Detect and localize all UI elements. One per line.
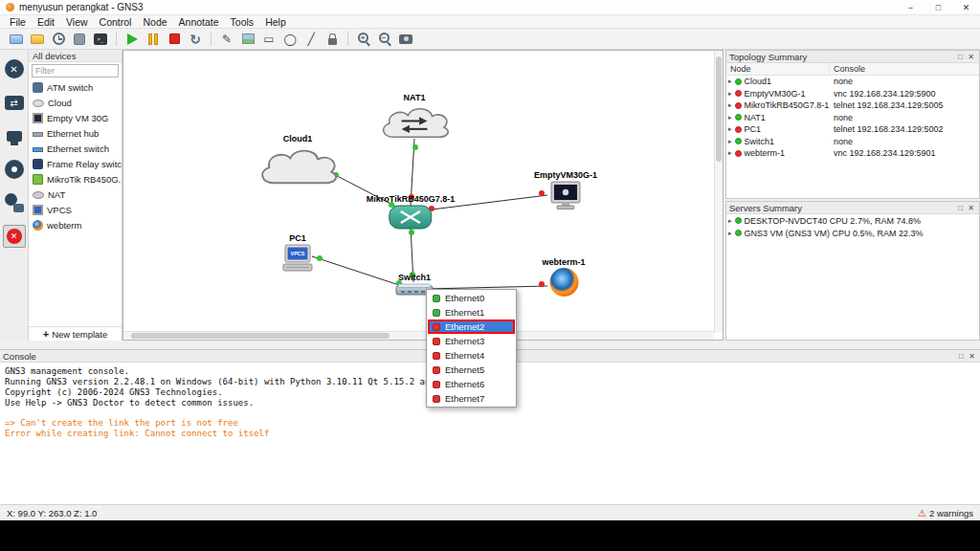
zoom-out-icon[interactable]: − xyxy=(376,31,393,48)
device-item-cloud[interactable]: Cloud xyxy=(29,95,122,110)
ellipse-icon[interactable]: ◯ xyxy=(281,31,299,48)
device-item-frame-relay-switch[interactable]: Frame Relay switch xyxy=(29,156,122,171)
menu-control[interactable]: Control xyxy=(94,16,138,28)
routers-button[interactable]: ✕ xyxy=(3,57,26,80)
menu-item-ethernet5[interactable]: Ethernet5 xyxy=(428,363,515,377)
expand-arrow-icon[interactable]: ▸ xyxy=(728,101,732,109)
toolbar-separator xyxy=(211,32,212,46)
note-icon[interactable]: ✎ xyxy=(218,31,235,48)
close-panel-icon[interactable]: ✕ xyxy=(966,204,976,212)
new-project-icon[interactable] xyxy=(8,31,25,48)
minimize-button[interactable]: − xyxy=(897,0,924,14)
device-item-atm-switch[interactable]: ATM switch xyxy=(29,79,122,95)
topology-row-webterm[interactable]: ▸webterm-1 vnc 192.168.234.129:5901 xyxy=(726,147,979,160)
device-item-mikrotik[interactable]: MikroTik RB450G... xyxy=(29,171,122,187)
close-panel-icon[interactable]: ✕ xyxy=(967,352,977,361)
node-nat1[interactable]: NAT1 xyxy=(374,93,455,147)
menu-item-ethernet6[interactable]: Ethernet6 xyxy=(428,377,515,391)
firefox-icon xyxy=(549,268,578,297)
node-webterm[interactable]: webterm-1 xyxy=(542,257,585,297)
topology-row-emptyvm[interactable]: ▸EmptyVM30G-1 vnc 192.168.234.129:5900 xyxy=(726,88,979,100)
webterm-icon xyxy=(33,220,43,231)
menu-item-ethernet0[interactable]: Ethernet0 xyxy=(428,291,515,305)
expand-arrow-icon[interactable]: ▸ xyxy=(728,149,732,157)
float-panel-icon[interactable]: □ xyxy=(955,204,966,212)
snapshot-icon[interactable] xyxy=(50,31,67,48)
menu-file[interactable]: File xyxy=(4,16,32,28)
filter-input[interactable] xyxy=(32,64,119,77)
topology-row-mikrotik[interactable]: ▸MikroTikRB450G7.8-1 telnet 192.168.234.… xyxy=(726,99,979,112)
expand-arrow-icon[interactable]: ▸ xyxy=(728,230,732,237)
gns3-window: menyusun perangkat - GNS3 − □ ✕ File Edi… xyxy=(0,0,980,520)
status-led xyxy=(735,138,742,144)
all-devices-button[interactable] xyxy=(3,191,26,214)
start-icon[interactable] xyxy=(123,31,141,48)
device-item-webterm[interactable]: webterm xyxy=(29,217,122,232)
port-status-icon xyxy=(433,338,440,345)
device-panel: All devices ATM switch Cloud Empty VM 30… xyxy=(29,50,122,341)
topology-row-nat1[interactable]: ▸NAT1 none xyxy=(726,112,979,124)
node-pc1[interactable]: PC1 VPCS xyxy=(281,233,314,276)
new-template-button[interactable]: + New template xyxy=(29,326,122,341)
port-status-icon xyxy=(433,295,440,302)
node-cloud1[interactable]: Cloud1 xyxy=(254,134,342,194)
float-panel-icon[interactable]: □ xyxy=(956,352,967,361)
add-link-button[interactable]: ✕ xyxy=(3,225,26,248)
suspend-icon[interactable] xyxy=(145,31,162,48)
menu-item-ethernet1[interactable]: Ethernet1 xyxy=(428,305,515,320)
insert-image-icon[interactable] xyxy=(239,31,256,48)
expand-arrow-icon[interactable]: ▸ xyxy=(728,114,732,121)
menu-view[interactable]: View xyxy=(60,16,94,28)
menu-edit[interactable]: Edit xyxy=(32,16,60,28)
menu-item-ethernet7[interactable]: Ethernet7 xyxy=(428,391,515,406)
security-devices-button[interactable] xyxy=(3,158,26,181)
device-item-empty-vm[interactable]: Empty VM 30G xyxy=(29,110,122,125)
switches-button[interactable]: ⇄ xyxy=(3,91,26,114)
reload-icon[interactable]: ↻ xyxy=(187,31,204,48)
node-emptyvm[interactable]: EmptyVM30G-1 xyxy=(534,170,597,215)
node-mikrotik[interactable]: MikroTikRB450G7.8-1 xyxy=(367,194,455,233)
topology-canvas[interactable]: NAT1 Cloud1 MikroTikRB450G7.8-1 xyxy=(122,50,724,341)
expand-arrow-icon[interactable]: ▸ xyxy=(728,90,732,98)
interface-labels-icon[interactable] xyxy=(71,31,88,48)
menu-tools[interactable]: Tools xyxy=(225,16,260,28)
menu-item-ethernet4[interactable]: Ethernet4 xyxy=(428,348,515,363)
menu-annotate[interactable]: Annotate xyxy=(173,16,225,28)
device-item-nat[interactable]: NAT xyxy=(29,187,122,202)
float-panel-icon[interactable]: □ xyxy=(955,53,966,61)
expand-arrow-icon[interactable]: ▸ xyxy=(728,138,732,145)
expand-arrow-icon[interactable]: ▸ xyxy=(728,125,732,133)
canvas-horizontal-scrollbar[interactable] xyxy=(123,331,714,340)
menu-item-ethernet2[interactable]: Ethernet2 xyxy=(428,320,515,334)
mikrotik-icon xyxy=(33,174,43,185)
console-connect-icon[interactable]: >_ xyxy=(92,31,109,48)
rectangle-icon[interactable]: ▭ xyxy=(260,31,278,48)
warnings-count: 2 warnings xyxy=(929,508,973,518)
end-devices-button[interactable] xyxy=(3,124,26,147)
device-item-ethernet-hub[interactable]: Ethernet hub xyxy=(29,125,122,141)
menu-node[interactable]: Node xyxy=(137,16,172,28)
zoom-in-icon[interactable]: + xyxy=(355,31,372,48)
server-row-desktop[interactable]: ▸ DESKTOP-NVDCT40 CPU 2.7%, RAM 74.8% xyxy=(726,214,979,227)
screenshot-icon[interactable] xyxy=(397,31,414,48)
maximize-button[interactable]: □ xyxy=(924,0,952,14)
server-row-gns3vm[interactable]: ▸ GNS3 VM (GNS3 VM) CPU 0.5%, RAM 22.3% xyxy=(726,227,979,239)
menu-help[interactable]: Help xyxy=(259,16,292,28)
topology-row-pc1[interactable]: ▸PC1 telnet 192.168.234.129:5002 xyxy=(726,123,979,136)
warnings-indicator[interactable]: ⚠ 2 warnings xyxy=(918,508,973,518)
canvas-vertical-scrollbar[interactable] xyxy=(714,51,723,333)
line-icon[interactable]: ╱ xyxy=(302,31,320,48)
menu-item-ethernet3[interactable]: Ethernet3 xyxy=(428,334,515,348)
device-item-ethernet-switch[interactable]: Ethernet switch xyxy=(29,141,122,156)
expand-arrow-icon[interactable]: ▸ xyxy=(728,217,732,225)
expand-arrow-icon[interactable]: ▸ xyxy=(728,77,732,85)
topology-row-switch1[interactable]: ▸Switch1 none xyxy=(726,136,979,148)
close-panel-icon[interactable]: ✕ xyxy=(966,53,976,61)
close-button[interactable]: ✕ xyxy=(952,0,980,14)
lock-icon[interactable] xyxy=(323,31,341,48)
device-item-vpcs[interactable]: VPCS xyxy=(29,202,122,217)
stop-icon[interactable] xyxy=(166,31,183,48)
router-icon xyxy=(389,205,433,230)
topology-row-cloud1[interactable]: ▸Cloud1 none xyxy=(726,76,979,88)
open-project-icon[interactable] xyxy=(29,31,46,48)
